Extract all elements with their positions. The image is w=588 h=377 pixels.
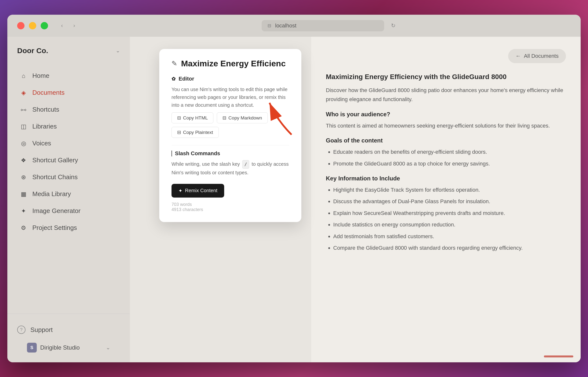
editor-section-title: ✿ Editor bbox=[172, 76, 289, 82]
forward-button[interactable]: › bbox=[70, 22, 78, 30]
tooltip-title-text: Maximize Energy Efficienc bbox=[181, 59, 286, 68]
char-count-value: 4913 characters bbox=[172, 207, 289, 212]
doc-title: Maximizing Energy Efficiency with the Gl… bbox=[326, 73, 566, 81]
url-display: localhost bbox=[275, 23, 296, 29]
editor-section: ✿ Editor You can use Nim's writing tools… bbox=[172, 76, 289, 138]
remix-label: Remix Content bbox=[185, 188, 217, 193]
copy-markdown-button[interactable]: ⊟ Copy Markdown bbox=[217, 112, 268, 123]
sidebar-bottom: ? Support S Dirigible Studio ⌄ bbox=[7, 314, 130, 353]
slash-section: Slash Commands While writing, use the sl… bbox=[172, 150, 289, 177]
libraries-icon: ◫ bbox=[20, 123, 27, 130]
sidebar-item-shortcuts-label: Shortcuts bbox=[32, 106, 59, 113]
goals-list: Educate readers on the benefits of energ… bbox=[326, 147, 566, 168]
doc-header: ← All Documents bbox=[326, 49, 566, 63]
sidebar-item-documents-label: Documents bbox=[32, 89, 65, 96]
support-label: Support bbox=[30, 326, 53, 334]
sidebar: Door Co. ⌄ ⌂ Home ◈ Documents ⧟ Shortcut… bbox=[7, 37, 130, 362]
editor-title-label: Editor bbox=[179, 76, 194, 82]
shortcuts-icon: ⧟ bbox=[20, 106, 27, 113]
screen-icon: ⊟ bbox=[268, 23, 271, 28]
home-icon: ⌂ bbox=[20, 72, 27, 79]
list-item: Educate readers on the benefits of energ… bbox=[333, 147, 566, 156]
refresh-button[interactable]: ↻ bbox=[389, 22, 397, 30]
list-item: Discuss the advantages of Dual-Pane Glas… bbox=[333, 197, 566, 206]
content-area: ✎ Maximize Energy Efficienc ✿ Editor You… bbox=[130, 37, 581, 362]
url-bar-inner[interactable]: ⊟ localhost bbox=[262, 20, 384, 31]
shortcut-chains-icon: ⊛ bbox=[20, 174, 27, 181]
workspace-header: Door Co. ⌄ bbox=[7, 47, 130, 67]
list-item: Include statistics on energy consumption… bbox=[333, 220, 566, 229]
project-settings-icon: ⚙ bbox=[20, 224, 27, 231]
doc-intro: Discover how the GlideGuard 8000 sliding… bbox=[326, 86, 566, 104]
sidebar-item-home-label: Home bbox=[32, 72, 49, 80]
copy-markdown-icon: ⊟ bbox=[222, 115, 226, 121]
tooltip-title-icon: ✎ bbox=[172, 59, 177, 68]
copy-plaintext-label: Copy Plaintext bbox=[183, 130, 213, 135]
support-icon: ? bbox=[17, 326, 25, 334]
slash-text-before: While writing, use the slash key bbox=[172, 161, 240, 167]
tooltip-divider bbox=[172, 145, 289, 145]
sidebar-item-shortcut-chains[interactable]: ⊛ Shortcut Chains bbox=[10, 169, 127, 185]
maximize-button[interactable] bbox=[41, 22, 48, 29]
doc-content: Maximizing Energy Efficiency with the Gl… bbox=[326, 73, 566, 252]
shortcut-gallery-icon: ❖ bbox=[20, 157, 27, 164]
all-documents-button[interactable]: ← All Documents bbox=[508, 49, 566, 63]
slash-description: While writing, use the slash key / to qu… bbox=[172, 160, 289, 177]
word-count: 703 words 4913 characters bbox=[172, 202, 289, 212]
nav-buttons: ‹ › bbox=[58, 22, 78, 30]
workspace-chevron-icon[interactable]: ⌄ bbox=[116, 47, 120, 54]
copy-html-icon: ⊟ bbox=[177, 115, 181, 121]
sidebar-item-project-settings[interactable]: ⚙ Project Settings bbox=[10, 220, 127, 236]
sidebar-item-shortcut-chains-label: Shortcut Chains bbox=[32, 173, 78, 181]
workspace-name: Door Co. bbox=[17, 47, 48, 55]
title-bar: ‹ › ⊟ localhost ↻ bbox=[7, 15, 581, 37]
traffic-lights bbox=[17, 22, 48, 29]
back-button[interactable]: ‹ bbox=[58, 22, 66, 30]
sidebar-item-shortcut-gallery[interactable]: ❖ Shortcut Gallery bbox=[10, 152, 127, 168]
sidebar-item-shortcuts[interactable]: ⧟ Shortcuts bbox=[10, 101, 127, 118]
editor-description: You can use Nim's writing tools to edit … bbox=[172, 85, 289, 109]
back-arrow-icon: ← bbox=[515, 53, 521, 59]
slash-section-title: Slash Commands bbox=[172, 150, 289, 157]
copy-plaintext-button[interactable]: ⊟ Copy Plaintext bbox=[172, 127, 219, 138]
sidebar-item-media-library-label: Media Library bbox=[32, 190, 71, 198]
workspace-info[interactable]: S Dirigible Studio bbox=[27, 343, 80, 353]
sidebar-item-media-library[interactable]: ▦ Media Library bbox=[10, 186, 127, 202]
audience-heading: Who is your audience? bbox=[326, 111, 566, 118]
documents-icon: ◈ bbox=[20, 89, 27, 96]
workspace-footer-chevron-icon[interactable]: ⌄ bbox=[106, 344, 110, 351]
minimize-button[interactable] bbox=[29, 22, 36, 29]
slash-cursor-icon bbox=[172, 151, 172, 156]
url-bar: ⊟ localhost ↻ bbox=[88, 20, 571, 31]
key-info-heading: Key Information to Include bbox=[326, 175, 566, 182]
support-item[interactable]: ? Support bbox=[17, 321, 120, 338]
sidebar-item-image-generator-label: Image Generator bbox=[32, 207, 81, 215]
workspace-avatar: S bbox=[27, 343, 37, 353]
sidebar-item-libraries[interactable]: ◫ Libraries bbox=[10, 118, 127, 135]
sidebar-item-voices[interactable]: ◎ Voices bbox=[10, 135, 127, 152]
audience-text: This content is aimed at homeowners seek… bbox=[326, 121, 566, 130]
remix-button[interactable]: ✦ Remix Content bbox=[172, 184, 224, 198]
sidebar-item-libraries-label: Libraries bbox=[32, 123, 57, 130]
sidebar-item-home[interactable]: ⌂ Home bbox=[10, 68, 127, 84]
document-panel: ← All Documents Maximizing Energy Effici… bbox=[311, 37, 581, 362]
goals-heading: Goals of the content bbox=[326, 137, 566, 144]
browser-window: ‹ › ⊟ localhost ↻ Door Co. ⌄ ⌂ Home bbox=[7, 15, 581, 362]
close-button[interactable] bbox=[17, 22, 24, 29]
sidebar-item-shortcut-gallery-label: Shortcut Gallery bbox=[32, 156, 78, 164]
main-area: Door Co. ⌄ ⌂ Home ◈ Documents ⧟ Shortcut… bbox=[7, 37, 581, 362]
all-docs-label: All Documents bbox=[524, 53, 559, 59]
nav-items: ⌂ Home ◈ Documents ⧟ Shortcuts ◫ Librari… bbox=[7, 67, 130, 309]
media-library-icon: ▦ bbox=[20, 191, 27, 198]
slash-key: / bbox=[242, 160, 249, 169]
scrollbar[interactable] bbox=[544, 355, 573, 357]
copy-markdown-label: Copy Markdown bbox=[228, 115, 262, 121]
voices-icon: ◎ bbox=[20, 140, 27, 147]
slash-title-label: Slash Commands bbox=[175, 150, 220, 157]
workspace-footer: S Dirigible Studio ⌄ bbox=[17, 338, 120, 353]
editor-buttons: ⊟ Copy HTML ⊟ Copy Markdown ⊟ Copy Plain… bbox=[172, 112, 289, 138]
copy-html-button[interactable]: ⊟ Copy HTML bbox=[172, 112, 213, 123]
sidebar-item-documents[interactable]: ◈ Documents bbox=[10, 84, 127, 101]
word-count-value: 703 words bbox=[172, 202, 289, 207]
sidebar-item-image-generator[interactable]: ✦ Image Generator bbox=[10, 203, 127, 219]
